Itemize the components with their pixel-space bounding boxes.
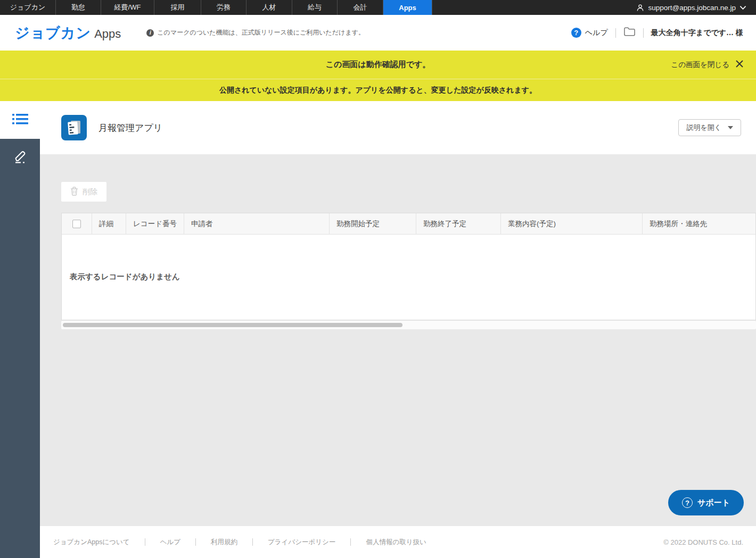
support-question-icon: ?	[682, 497, 693, 508]
info-icon: i	[146, 29, 154, 37]
column-header-work-end: 勤務終了予定	[416, 213, 501, 234]
preview-banner-row1: この画面は動作確認用です。 この画面を閉じる	[0, 51, 756, 79]
nav-tab-roumu[interactable]: 労務	[201, 0, 246, 15]
account-email: support@apps.jobcan.ne.jp	[648, 4, 736, 12]
preview-banner-title: この画面は動作確認用です。	[0, 60, 756, 70]
help-link[interactable]: ? ヘルプ	[571, 28, 608, 38]
jobcan-apps-logo[interactable]: ジョブカン Apps	[15, 23, 121, 43]
content-wrap: 月報管理アプリ 説明を開く 削除	[0, 101, 756, 558]
page-title: 月報管理アプリ	[98, 122, 162, 134]
horizontal-scrollbar[interactable]	[61, 321, 756, 329]
logo-text-sub: Apps	[94, 27, 121, 41]
user-name: 最大全角十字までです… 様	[651, 28, 743, 38]
nav-tab-saiyo[interactable]: 採用	[154, 0, 201, 15]
divider	[615, 28, 616, 38]
nav-tab-kaikei[interactable]: 会計	[338, 0, 383, 15]
help-icon: ?	[571, 28, 581, 38]
footer-links: ジョブカンAppsについて ヘルプ 利用規約 プライバシーポリシー 個人情報の取…	[53, 538, 441, 547]
support-button-label: サポート	[697, 498, 730, 508]
column-header-detail: 詳細	[92, 213, 126, 234]
nav-tab-kintai[interactable]: 勤怠	[56, 0, 101, 15]
footer-link-terms[interactable]: 利用規約	[196, 538, 252, 547]
sidebar-item-record-list[interactable]	[0, 101, 40, 139]
select-all-cell	[62, 213, 92, 234]
app-title-band: 月報管理アプリ 説明を開く	[40, 101, 756, 154]
nav-tab-jobcan[interactable]: ジョブカン	[0, 0, 56, 15]
nav-tab-apps[interactable]: Apps	[383, 0, 432, 15]
unpublished-settings-notice: 公開されていない設定項目があります。アプリを公開すると、変更した設定が反映されま…	[0, 79, 756, 101]
trash-icon	[70, 187, 78, 197]
list-icon	[12, 113, 28, 128]
appbar-right: ? ヘルプ 最大全角十字までです… 様	[571, 26, 743, 39]
footer-link-personal-info[interactable]: 個人情報の取り扱い	[351, 538, 441, 547]
sidebar-item-edit-app[interactable]	[0, 139, 40, 177]
jobcan-apps-screen: ジョブカン 勤怠 経費/WF 採用 労務 人材 給与 会計 Apps suppo…	[0, 0, 756, 558]
app-icon	[61, 115, 87, 140]
column-header-work-description: 業務内容(予定)	[501, 213, 643, 234]
records-table: 詳細 レコード番号 申請者 勤務開始予定 勤務終了予定 業務内容(予定) 勤務場…	[61, 213, 756, 329]
column-header-applicant: 申請者	[184, 213, 330, 234]
main-area: 月報管理アプリ 説明を開く 削除	[40, 101, 756, 558]
topnav-spacer	[432, 0, 636, 15]
caret-down-icon	[728, 126, 733, 129]
footer-link-help[interactable]: ヘルプ	[145, 538, 195, 547]
chevron-down-icon	[739, 5, 746, 10]
service-tabs: ジョブカン 勤怠 経費/WF 採用 労務 人材 給与 会計 Apps	[0, 0, 432, 15]
top-nav: ジョブカン 勤怠 経費/WF 採用 労務 人材 給与 会計 Apps suppo…	[0, 0, 756, 15]
close-preview-label: この画面を閉じる	[671, 60, 729, 70]
select-all-checkbox[interactable]	[72, 220, 81, 228]
close-icon	[736, 60, 743, 69]
column-header-work-start: 勤務開始予定	[330, 213, 416, 234]
record-list-area: 削除 詳細 レコード番号 申請者 勤務開始予定 勤務終了予定	[40, 154, 756, 526]
sidebar	[0, 101, 40, 558]
open-description-label: 説明を開く	[686, 123, 721, 132]
empty-records-message: 表示するレコードがありません	[62, 235, 755, 282]
nav-tab-jinzai[interactable]: 人材	[246, 0, 292, 15]
help-label: ヘルプ	[585, 28, 608, 38]
column-header-work-location: 勤務場所・連絡先	[643, 213, 756, 234]
horizontal-scrollbar-thumb[interactable]	[63, 323, 402, 327]
table-header-row: 詳細 レコード番号 申請者 勤務開始予定 勤務終了予定 業務内容(予定) 勤務場…	[62, 213, 756, 235]
close-preview-button[interactable]: この画面を閉じる	[671, 51, 743, 79]
pencil-icon	[13, 149, 28, 166]
delete-button-label: 削除	[83, 187, 97, 197]
footer: ジョブカンAppsについて ヘルプ 利用規約 プライバシーポリシー 個人情報の取…	[40, 526, 756, 558]
user-icon	[636, 4, 644, 12]
folder-icon[interactable]	[623, 26, 636, 39]
support-button[interactable]: ? サポート	[668, 490, 744, 515]
preview-banner: この画面は動作確認用です。 この画面を閉じる 公開されていない設定項目があります…	[0, 51, 756, 101]
delete-button[interactable]: 削除	[61, 182, 106, 202]
logo-text-main: ジョブカン	[15, 23, 91, 43]
nav-tab-keihi-wf[interactable]: 経費/WF	[101, 0, 154, 15]
footer-link-privacy-policy[interactable]: プライバシーポリシー	[253, 538, 350, 547]
records-table-clip: 詳細 レコード番号 申請者 勤務開始予定 勤務終了予定 業務内容(予定) 勤務場…	[61, 213, 756, 320]
beta-feature-notice-text: このマークのついた機能は、正式版リリース後にご利用いただけます。	[157, 28, 365, 37]
divider	[643, 28, 644, 38]
account-menu[interactable]: support@apps.jobcan.ne.jp	[636, 0, 756, 15]
nav-tab-kyuyo[interactable]: 給与	[292, 0, 338, 15]
beta-feature-notice: i このマークのついた機能は、正式版リリース後にご利用いただけます。	[146, 28, 365, 37]
open-description-button[interactable]: 説明を開く	[678, 119, 741, 136]
copyright: © 2022 DONUTS Co. Ltd.	[663, 538, 743, 546]
table-body: 表示するレコードがありません	[62, 235, 755, 320]
footer-link-about[interactable]: ジョブカンAppsについて	[53, 538, 145, 547]
app-bar: ジョブカン Apps i このマークのついた機能は、正式版リリース後にご利用いた…	[0, 15, 756, 51]
column-header-record-number: レコード番号	[126, 213, 184, 234]
